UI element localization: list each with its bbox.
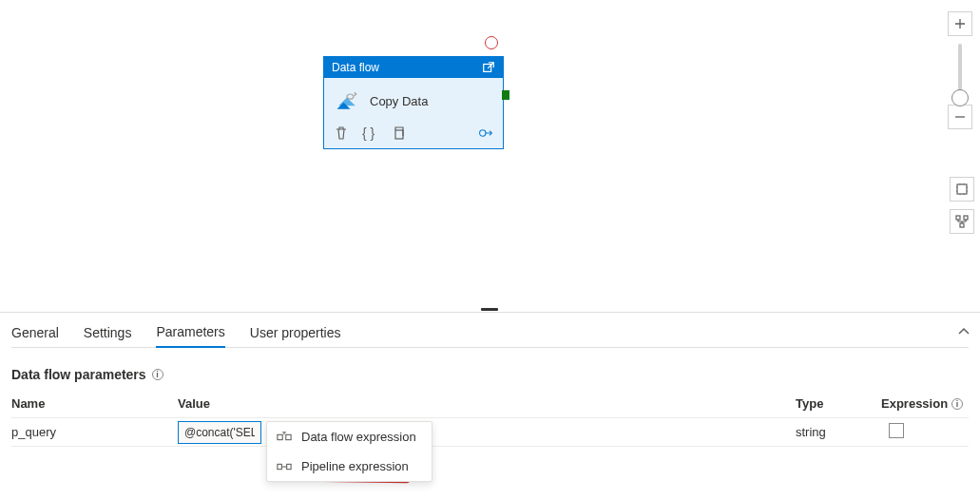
svg-rect-4 (956, 216, 960, 220)
dropdown-label: Pipeline expression (301, 459, 409, 473)
open-external-icon[interactable] (482, 61, 495, 74)
col-value: Value (178, 396, 796, 411)
zoom-out-button[interactable] (948, 105, 972, 129)
copy-icon[interactable] (391, 125, 406, 141)
dropdown-item-dataflow-expr[interactable]: Data flow expression (267, 422, 432, 452)
zoom-slider-handle[interactable] (951, 89, 969, 106)
fit-to-screen-button[interactable] (950, 177, 974, 202)
node-toolbar: { } (324, 120, 503, 148)
svg-rect-0 (484, 65, 491, 72)
tab-general[interactable]: General (11, 321, 59, 347)
param-value-input[interactable] (178, 421, 261, 444)
col-type: Type (796, 396, 881, 411)
properties-tabs: General Settings Parameters User propert… (11, 321, 969, 348)
canvas-tools (950, 177, 974, 234)
col-expression: Expression i (881, 396, 967, 411)
collapse-panel-button[interactable] (957, 323, 970, 340)
tab-settings[interactable]: Settings (84, 321, 132, 347)
info-icon[interactable]: i (152, 369, 163, 380)
svg-rect-3 (957, 184, 967, 194)
info-icon[interactable]: i (951, 398, 963, 410)
node-output-port[interactable] (502, 90, 509, 100)
pipeline-canvas[interactable]: Data flow Copy Data { } (0, 0, 980, 312)
grid-header: Name Value Type Expression i (11, 390, 969, 418)
svg-rect-5 (964, 216, 968, 220)
auto-align-button[interactable] (950, 209, 974, 234)
param-name: p_query (11, 425, 178, 439)
panel-resize-handle[interactable] (481, 308, 498, 311)
expression-icon[interactable]: { } (362, 125, 377, 141)
col-expression-label: Expression (881, 396, 948, 411)
param-expression-cell (881, 423, 967, 441)
table-row: p_query string (11, 418, 969, 447)
section-title: Data flow parameters i (11, 367, 163, 382)
pipeline-expr-icon (277, 460, 292, 473)
svg-rect-8 (286, 434, 291, 439)
svg-rect-1 (395, 130, 403, 139)
section-title-label: Data flow parameters (11, 367, 146, 382)
svg-rect-9 (278, 464, 281, 469)
svg-rect-6 (960, 223, 964, 227)
debug-run-icon[interactable] (478, 125, 493, 141)
parameters-grid: Name Value Type Expression i p_query str… (11, 390, 969, 447)
expression-type-dropdown: Data flow expression Pipeline expression (266, 421, 432, 482)
col-name: Name (11, 396, 178, 411)
dropdown-item-pipeline-expr[interactable]: Pipeline expression (267, 452, 432, 481)
delete-icon[interactable] (334, 125, 349, 141)
tab-parameters[interactable]: Parameters (156, 320, 224, 348)
node-body: Copy Data (324, 78, 503, 120)
node-header[interactable]: Data flow (324, 57, 503, 78)
validation-indicator (485, 36, 498, 49)
panel-divider (0, 312, 980, 313)
dataflow-activity-node[interactable]: Data flow Copy Data { } (323, 56, 504, 149)
dataflow-icon (334, 87, 360, 114)
param-type: string (796, 425, 881, 439)
zoom-in-button[interactable] (948, 11, 972, 36)
node-title: Copy Data (370, 94, 428, 108)
svg-rect-10 (287, 464, 291, 469)
svg-rect-7 (278, 434, 282, 439)
svg-point-2 (480, 130, 486, 136)
tab-user-properties[interactable]: User properties (250, 321, 341, 347)
zoom-slider-track[interactable] (958, 44, 962, 97)
dropdown-label: Data flow expression (301, 430, 416, 444)
expression-checkbox[interactable] (889, 423, 904, 438)
zoom-controls (946, 11, 974, 129)
node-type-label: Data flow (332, 61, 379, 74)
dataflow-expr-icon (277, 431, 292, 444)
